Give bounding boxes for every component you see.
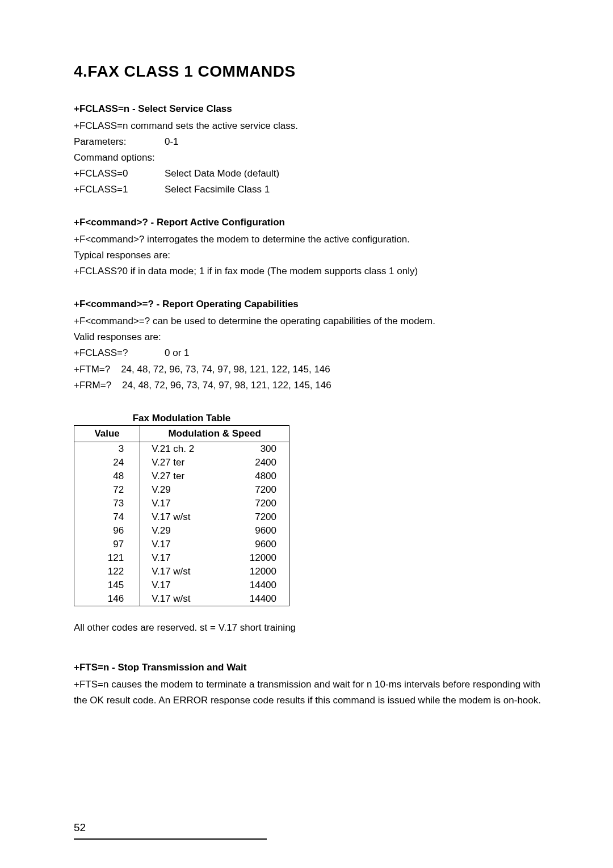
section-report-active: +F<command>? - Report Active Configurati… [74,217,545,279]
table-row: 3V.21 ch. 2300 [74,442,289,456]
param-val: Select Facsimile Class 1 [165,182,545,198]
cell-value: 24 [74,456,140,469]
section-report-caps: +F<command>=? - Report Operating Capabil… [74,299,545,393]
body-line: Valid responses are: [74,329,545,345]
cell-modulation: V.27 ter [140,456,225,469]
cell-speed: 4800 [225,469,289,483]
param-val: Select Data Mode (default) [165,166,545,182]
footer-rule [74,838,267,840]
table-row: 121V.1712000 [74,551,289,565]
param-key: Parameters: [74,134,165,150]
cell-speed: 2400 [225,456,289,469]
param-key: +FCLASS=0 [74,166,165,182]
section-title: +F<command>? - Report Active Configurati… [74,217,545,228]
cell-modulation: V.17 w/st [140,510,225,524]
section-desc: +FCLASS=n command sets the active servic… [74,118,545,134]
table-footnote: All other codes are reserved. st = V.17 … [74,622,545,634]
table-row: 146V.17 w/st14400 [74,592,289,606]
section-title: +FCLASS=n - Select Service Class [74,103,545,115]
cell-value: 73 [74,497,140,510]
section-title: +FTS=n - Stop Transmission and Wait [74,662,545,673]
param-row: +FCLASS=? 0 or 1 [74,345,545,361]
page-title: 4.FAX CLASS 1 COMMANDS [74,62,545,81]
body-line: +F<command>=? can be used to determine t… [74,313,545,329]
cell-modulation: V.17 w/st [140,592,225,606]
document-page: 4.FAX CLASS 1 COMMANDS +FCLASS=n - Selec… [0,0,613,708]
cell-modulation: V.27 ter [140,469,225,483]
param-val [165,150,545,166]
body-line: +FTM=? 24, 48, 72, 96, 73, 74, 97, 98, 1… [74,362,545,378]
table-row: 145V.1714400 [74,578,289,592]
body-line: +FRM=? 24, 48, 72, 96, 73, 74, 97, 98, 1… [74,378,545,393]
cell-speed: 7200 [225,497,289,510]
cell-value: 3 [74,442,140,456]
body-line: +F<command>? interrogates the modem to d… [74,232,545,248]
table-row: 122V.17 w/st12000 [74,565,289,578]
cell-modulation: V.29 [140,524,225,538]
param-row: Parameters: 0-1 [74,134,545,150]
table-row: 96V.299600 [74,524,289,538]
cell-modulation: V.17 w/st [140,565,225,578]
param-key: +FCLASS=? [74,345,165,361]
cell-speed: 14400 [225,592,289,606]
cell-modulation: V.17 [140,538,225,551]
table-row: 72V.297200 [74,483,289,497]
table-row: 24V.27 ter2400 [74,456,289,469]
param-row: Command options: [74,150,545,166]
cell-speed: 12000 [225,551,289,565]
page-number: 52 [74,821,86,834]
table-header-value: Value [74,425,140,442]
cell-speed: 9600 [225,524,289,538]
param-row: +FCLASS=0 Select Data Mode (default) [74,166,545,182]
cell-speed: 14400 [225,578,289,592]
section-desc: +FTS=n causes the modem to terminate a t… [74,677,545,708]
table-row: 74V.17 w/st7200 [74,510,289,524]
cell-modulation: V.17 [140,578,225,592]
cell-value: 146 [74,592,140,606]
cell-speed: 300 [225,442,289,456]
cell-value: 74 [74,510,140,524]
cell-speed: 9600 [225,538,289,551]
cell-modulation: V.21 ch. 2 [140,442,225,456]
cell-speed: 7200 [225,483,289,497]
param-key: Command options: [74,150,165,166]
param-val: 0-1 [165,134,545,150]
param-val: 0 or 1 [165,345,545,361]
cell-value: 122 [74,565,140,578]
section-fts: +FTS=n - Stop Transmission and Wait +FTS… [74,662,545,708]
cell-speed: 7200 [225,510,289,524]
body-line: +FCLASS?0 if in data mode; 1 if in fax m… [74,263,545,279]
table-row: 48V.27 ter4800 [74,469,289,483]
cell-modulation: V.17 [140,551,225,565]
table-header-modspeed: Modulation & Speed [140,425,289,442]
cell-value: 72 [74,483,140,497]
cell-modulation: V.29 [140,483,225,497]
section-title: +F<command>=? - Report Operating Capabil… [74,299,545,310]
param-key: +FCLASS=1 [74,182,165,198]
modulation-table-block: Fax Modulation Table Value Modulation & … [74,413,545,634]
cell-value: 121 [74,551,140,565]
cell-modulation: V.17 [140,497,225,510]
body-line: Typical responses are: [74,248,545,263]
table-caption: Fax Modulation Table [74,413,289,424]
param-row: +FCLASS=1 Select Facsimile Class 1 [74,182,545,198]
table-row: 97V.179600 [74,538,289,551]
cell-value: 96 [74,524,140,538]
section-fclass: +FCLASS=n - Select Service Class +FCLASS… [74,103,545,198]
table-row: 73V.177200 [74,497,289,510]
cell-speed: 12000 [225,565,289,578]
cell-value: 97 [74,538,140,551]
modulation-table: Value Modulation & Speed 3V.21 ch. 23002… [74,425,289,606]
cell-value: 48 [74,469,140,483]
cell-value: 145 [74,578,140,592]
